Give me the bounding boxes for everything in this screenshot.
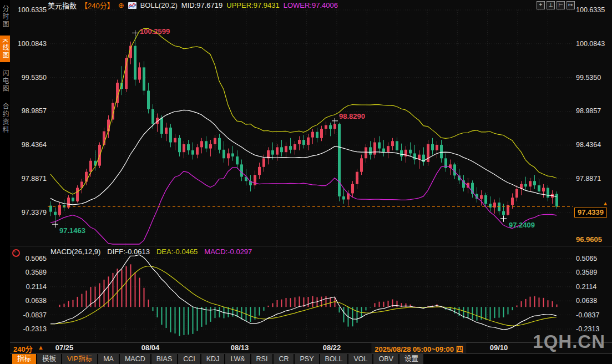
- price-up-arrow-icon: ▲: [603, 200, 608, 206]
- boll-mid-line: [50, 110, 557, 205]
- site-watermark: 1QH.CN: [533, 331, 605, 352]
- toolbar-item-CCI[interactable]: CCI: [178, 354, 200, 364]
- axis-tick-label: 0.0638: [9, 296, 47, 305]
- pan-right-icon[interactable]: ↦: [567, 1, 575, 9]
- axis-tick-label: 97.8871: [9, 174, 47, 183]
- boll-lower-value: LOWER:97.4006: [284, 1, 338, 9]
- axis-tick-label: -0.2313: [9, 325, 47, 333]
- pane-low-edge-label: 96.9605: [576, 235, 602, 244]
- x-axis-date-label: 07/25: [55, 343, 74, 352]
- x-axis-date-label: 08/22: [323, 343, 341, 352]
- toolbar-item-MA[interactable]: MA: [98, 354, 119, 364]
- axis-tick-label: 0.0638: [576, 296, 611, 305]
- left-sidebar: 分时图 K线图 闪电图 合约资料: [0, 0, 10, 364]
- axis-tick-label: 100.0843: [576, 39, 611, 48]
- toolbar-item-BIAS[interactable]: BIAS: [151, 354, 178, 364]
- axis-tick-label: 0.3589: [576, 268, 611, 277]
- toolbar-item-KDJ[interactable]: KDJ: [201, 354, 225, 364]
- toolbar-item-OBV[interactable]: OBV: [373, 354, 398, 364]
- axis-tick-label: 0.2114: [576, 282, 611, 291]
- toolbar-item-模板[interactable]: 模板: [37, 354, 61, 364]
- toolbar-item-VIP指标[interactable]: VIP指标: [62, 354, 97, 364]
- macd-diff-value: DIFF:-0.0613: [107, 247, 150, 256]
- symbol-name: 美元指数: [48, 0, 77, 11]
- axis-tick-label: 98.9857: [576, 107, 611, 115]
- toolbar-item-BOLL[interactable]: BOLL: [320, 354, 348, 364]
- period-tag: 【240分】: [80, 0, 114, 11]
- chart-canvas[interactable]: 100.259998.829097.146397.2409: [0, 0, 612, 364]
- macd-params-label: MACD(26,12,9): [50, 247, 100, 256]
- macd-settings-icon[interactable]: [12, 249, 20, 257]
- toolbar-item-LW&[interactable]: LW&: [225, 354, 250, 364]
- macd-macd-value: MACD:-0.0297: [204, 247, 252, 256]
- sidebar-tab-time-chart[interactable]: 分时图: [0, 2, 10, 31]
- x-axis-date-label: 08/13: [231, 343, 249, 352]
- toolbar-item-RSI[interactable]: RSI: [251, 354, 273, 364]
- period-selector[interactable]: 240分: [13, 343, 33, 354]
- toolbar-item-VOL[interactable]: VOL: [348, 354, 372, 364]
- chart-type-icon[interactable]: [128, 2, 136, 9]
- axis-tick-label: 0.5065: [576, 254, 611, 263]
- last-price-box: 97.4339: [574, 208, 607, 218]
- indicator-toolbar: 指标模板VIP指标MAMACDBIASCCIKDJLW&RSICRPSYBOLL…: [10, 353, 612, 364]
- axis-tick-label: 100.6335: [9, 6, 47, 14]
- sidebar-tab-flash-chart[interactable]: 闪电图: [0, 67, 10, 95]
- macd-header: MACD(26,12,9) DIFF:-0.0613 DEA:-0.0465 M…: [50, 247, 252, 256]
- x-axis-row: 240分 ▲ 2025/08/28 05:00~09:00 四 07/2508/…: [0, 342, 612, 353]
- toolbar-item-MACD[interactable]: MACD: [120, 354, 150, 364]
- boll-mid-value: MID:97.6719: [181, 1, 222, 9]
- axis-tick-label: 98.9857: [9, 107, 47, 115]
- toolbar-item-指标[interactable]: 指标: [12, 354, 36, 364]
- axis-tick-label: -0.0837: [9, 311, 47, 320]
- axis-tick-label: -0.0837: [576, 311, 611, 320]
- candlestick-series: [49, 33, 558, 224]
- price-extreme-annotation: 97.1463: [59, 226, 85, 235]
- toolbar-item-PSY[interactable]: PSY: [295, 354, 318, 364]
- price-extreme-annotation: 98.8290: [339, 112, 365, 120]
- axis-tick-label: 98.4364: [9, 140, 47, 149]
- x-axis-date-label: 09/10: [490, 343, 508, 352]
- add-indicator-icon[interactable]: ⊕: [118, 1, 124, 9]
- axis-tick-label: 0.2114: [9, 282, 47, 291]
- period-expand-arrow-icon[interactable]: ▲: [38, 344, 44, 351]
- y-axis-scale-icon[interactable]: ⊥: [547, 1, 555, 9]
- macd-histogram: [51, 264, 557, 336]
- chart-header: 美元指数 【240分】 ⊕ BOLL(20,2) MID:97.6719 UPP…: [48, 1, 338, 10]
- macd-dea-value: DEA:-0.0465: [156, 247, 198, 256]
- price-extreme-annotation: 97.2409: [509, 221, 535, 229]
- axis-tick-label: 0.3589: [9, 268, 47, 277]
- sidebar-tab-contract-info[interactable]: 合约资料: [0, 100, 10, 136]
- chart-tool-buttons: +⊥⊢↦: [537, 1, 575, 9]
- axis-tick-label: 98.4364: [576, 140, 611, 149]
- boll-lower-line: [50, 166, 557, 244]
- chart-window: 100.259998.829097.146397.2409 分时图 K线图 闪电…: [0, 0, 612, 364]
- axis-tick-label: 100.0843: [9, 39, 47, 48]
- crosshair-tool-icon[interactable]: +: [537, 1, 545, 9]
- price-extreme-annotation: 100.2599: [140, 27, 170, 36]
- axis-tick-label: 97.3379: [9, 208, 47, 217]
- axis-tick-label: 100.6335: [576, 6, 611, 14]
- x-axis-scale-icon[interactable]: ⊢: [557, 1, 565, 9]
- boll-indicator-label: BOLL(20,2): [140, 1, 178, 9]
- axis-tick-label: 99.5350: [576, 73, 611, 82]
- sidebar-tab-kline-chart[interactable]: K线图: [0, 36, 10, 62]
- toolbar-item-CR[interactable]: CR: [274, 354, 294, 364]
- x-axis-date-label: 08/04: [141, 343, 160, 352]
- hovered-bar-time-range: 2025/08/28 05:00~09:00 四: [371, 343, 466, 355]
- toolbar-item-设置[interactable]: 设置: [399, 354, 423, 364]
- boll-upper-value: UPPER:97.9431: [226, 1, 279, 9]
- axis-tick-label: 97.8871: [576, 174, 611, 183]
- axis-tick-label: 99.5350: [9, 73, 47, 82]
